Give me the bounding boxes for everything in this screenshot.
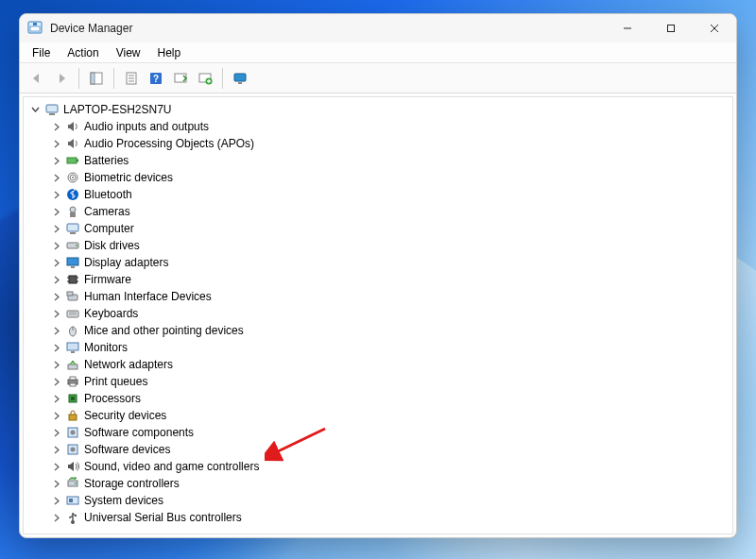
tree-row[interactable]: Network adapters [26, 356, 730, 373]
chevron-right-icon[interactable] [50, 138, 61, 149]
tree-row[interactable]: Display adapters [26, 254, 730, 271]
tree-row[interactable]: Software devices [26, 441, 730, 458]
tree-item-label: Disk drives [84, 239, 140, 252]
tree-row[interactable]: Computer [26, 220, 730, 237]
svg-point-60 [71, 431, 76, 435]
svg-rect-33 [70, 232, 76, 234]
tree-item-label: Print queues [84, 375, 147, 388]
menu-view[interactable]: View [108, 44, 149, 61]
tree-row[interactable]: Processors [26, 390, 730, 407]
toolbar-separator [222, 68, 223, 89]
chevron-right-icon[interactable] [50, 257, 61, 268]
tree-item-label: Universal Serial Bus controllers [84, 511, 242, 524]
svg-rect-31 [70, 212, 76, 217]
help-button[interactable]: ? [145, 67, 167, 90]
menu-help[interactable]: Help [149, 44, 190, 61]
svg-rect-25 [77, 160, 78, 162]
chevron-right-icon[interactable] [50, 172, 61, 183]
computer-icon [44, 102, 60, 117]
svg-rect-58 [69, 415, 77, 420]
chevron-right-icon[interactable] [50, 376, 61, 387]
speaker-icon [65, 119, 80, 134]
svg-rect-51 [71, 351, 75, 353]
svg-rect-23 [49, 113, 55, 115]
chevron-right-icon[interactable] [50, 291, 61, 302]
scan-hardware-button[interactable] [169, 67, 192, 90]
tree-row[interactable]: Keyboards [26, 305, 730, 322]
chevron-right-icon[interactable] [50, 189, 61, 200]
back-button[interactable] [26, 67, 48, 90]
camera-icon [65, 204, 80, 219]
svg-rect-36 [67, 258, 78, 265]
tree-row[interactable]: Print queues [26, 373, 730, 390]
chevron-right-icon[interactable] [50, 410, 61, 421]
chevron-right-icon[interactable] [50, 342, 61, 353]
chevron-right-icon[interactable] [50, 393, 61, 404]
tree-item-label: Software devices [84, 443, 170, 456]
tree-row[interactable]: Mice and other pointing devices [26, 322, 730, 339]
tree-row[interactable]: Batteries [26, 152, 730, 169]
tree-item-label: Sound, video and game controllers [84, 460, 259, 473]
minimize-button[interactable] [606, 14, 649, 42]
svg-rect-2 [33, 23, 37, 25]
tree-row[interactable]: Human Interface Devices [26, 288, 730, 305]
chevron-right-icon[interactable] [50, 478, 61, 489]
tree-row[interactable]: Bluetooth [26, 186, 730, 203]
chevron-right-icon[interactable] [50, 240, 61, 251]
add-hardware-button[interactable] [194, 67, 216, 90]
svg-point-69 [69, 517, 71, 518]
software-icon [65, 442, 80, 457]
tree-row[interactable]: Security devices [26, 407, 730, 424]
speaker-icon [65, 136, 80, 151]
chevron-right-icon[interactable] [50, 121, 61, 132]
remote-computer-button[interactable] [229, 67, 251, 90]
tree-row[interactable]: Firmware [26, 271, 730, 288]
tree-row[interactable]: Cameras [26, 203, 730, 220]
tree-row[interactable]: Universal Serial Bus controllers [26, 509, 730, 526]
root-label: LAPTOP-ESH2SN7U [63, 103, 172, 116]
chevron-right-icon[interactable] [50, 495, 61, 506]
tree-root[interactable]: LAPTOP-ESH2SN7U [26, 101, 730, 118]
tree-row[interactable]: Audio inputs and outputs [26, 118, 730, 135]
tree-row[interactable]: Sound, video and game controllers [26, 458, 730, 475]
chevron-right-icon[interactable] [50, 223, 61, 234]
tree-item-label: Storage controllers [84, 477, 180, 490]
chevron-right-icon[interactable] [50, 359, 61, 370]
chevron-right-icon[interactable] [50, 461, 61, 472]
svg-point-62 [71, 448, 76, 452]
menu-bar: File Action View Help [20, 42, 736, 63]
properties-button[interactable] [120, 67, 143, 90]
forward-button[interactable] [50, 67, 73, 90]
tree-row[interactable]: Audio Processing Objects (APOs) [26, 135, 730, 152]
svg-rect-55 [70, 383, 76, 386]
chevron-down-icon[interactable] [29, 104, 41, 115]
tree-row[interactable]: Disk drives [26, 237, 730, 254]
chevron-right-icon[interactable] [50, 444, 61, 455]
show-hide-tree-button[interactable] [85, 67, 108, 90]
tree-item-label: Biometric devices [84, 171, 173, 184]
tree-row[interactable]: Biometric devices [26, 169, 730, 186]
svg-rect-52 [68, 364, 77, 369]
keyboard-icon [65, 306, 80, 321]
maximize-button[interactable] [649, 14, 693, 42]
tree-row[interactable]: Storage controllers [26, 475, 730, 492]
close-button[interactable] [693, 14, 736, 42]
tree-row[interactable]: Software components [26, 424, 730, 441]
chevron-right-icon[interactable] [50, 274, 61, 285]
chevron-right-icon[interactable] [50, 308, 61, 319]
tree-item-label: Audio inputs and outputs [84, 120, 209, 133]
chevron-right-icon[interactable] [50, 512, 61, 523]
chevron-right-icon[interactable] [50, 325, 61, 336]
security-icon [65, 408, 80, 423]
menu-action[interactable]: Action [59, 44, 107, 61]
monitor-icon [65, 340, 80, 355]
tree-row[interactable]: System devices [26, 492, 730, 509]
chevron-right-icon[interactable] [50, 155, 61, 166]
chevron-right-icon[interactable] [50, 427, 61, 438]
tree-row[interactable]: Monitors [26, 339, 730, 356]
menu-file[interactable]: File [24, 44, 59, 61]
toolbar-separator [78, 68, 79, 89]
svg-rect-20 [234, 74, 246, 81]
device-tree[interactable]: LAPTOP-ESH2SN7U Audio inputs and outputs… [23, 96, 733, 534]
chevron-right-icon[interactable] [50, 206, 61, 217]
